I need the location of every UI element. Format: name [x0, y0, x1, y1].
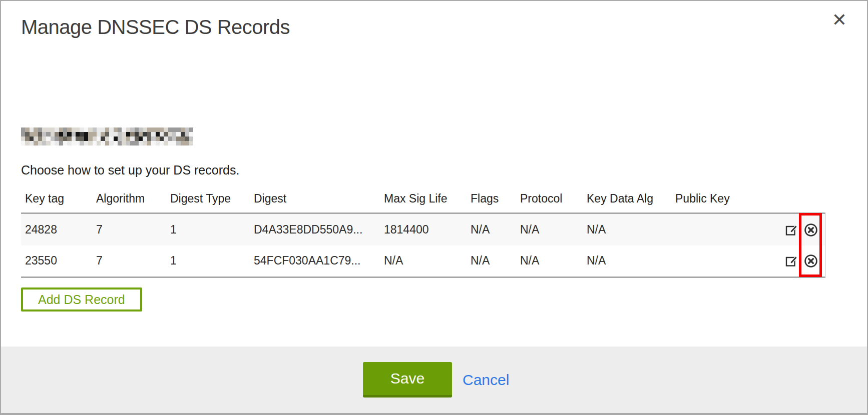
- page-title: Manage DNSSEC DS Records: [21, 16, 290, 38]
- cell-actions: [763, 246, 825, 278]
- edit-record-button[interactable]: [785, 224, 798, 236]
- col-header-protocol: Protocol: [516, 190, 583, 214]
- col-header-key-data-alg: Key Data Alg: [583, 190, 671, 214]
- save-button[interactable]: Save: [363, 362, 452, 398]
- cell-protocol: N/A: [516, 214, 583, 246]
- close-icon[interactable]: ✕: [832, 11, 847, 29]
- redacted-domain-name: [21, 128, 194, 146]
- cell-digest: 54FCF030AA1C79...: [250, 246, 380, 278]
- cancel-link[interactable]: Cancel: [463, 372, 509, 388]
- cell-max-sig-life: 1814400: [380, 214, 467, 246]
- edit-icon: [785, 230, 798, 238]
- modal-footer: Save Cancel: [1, 346, 867, 413]
- cell-max-sig-life: N/A: [380, 246, 467, 278]
- cell-protocol: N/A: [516, 246, 583, 278]
- col-header-actions: [763, 190, 825, 214]
- edit-icon: [785, 262, 798, 269]
- col-header-digest: Digest: [250, 190, 380, 214]
- cell-algorithm: 7: [92, 246, 166, 278]
- cell-key-tag: 24828: [21, 214, 92, 246]
- circle-x-icon: [804, 262, 818, 270]
- table-row: 24828 7 1 D4A33E8DD550A9... 1814400 N/A …: [21, 214, 825, 246]
- cell-flags: N/A: [467, 246, 516, 278]
- cell-key-data-alg: N/A: [583, 246, 671, 278]
- ds-records-table: Key tag Algorithm Digest Type Digest Max…: [21, 190, 825, 278]
- add-ds-record-button[interactable]: Add DS Record: [21, 288, 142, 312]
- table-row: 23550 7 1 54FCF030AA1C79... N/A N/A N/A …: [21, 246, 825, 278]
- circle-x-icon: [804, 231, 818, 238]
- cell-key-tag: 23550: [21, 246, 92, 278]
- col-header-key-tag: Key tag: [21, 190, 92, 214]
- delete-record-button[interactable]: [804, 223, 818, 237]
- table-header-row: Key tag Algorithm Digest Type Digest Max…: [21, 190, 825, 214]
- col-header-public-key: Public Key: [671, 190, 763, 214]
- cell-key-data-alg: N/A: [583, 214, 671, 246]
- cell-flags: N/A: [467, 214, 516, 246]
- edit-record-button[interactable]: [785, 254, 798, 268]
- cell-actions: [763, 214, 825, 246]
- cell-digest: D4A33E8DD550A9...: [250, 214, 380, 246]
- cell-algorithm: 7: [92, 214, 166, 246]
- cell-public-key: [671, 246, 763, 278]
- col-header-algorithm: Algorithm: [92, 190, 166, 214]
- intro-text: Choose how to set up your DS records.: [21, 163, 239, 178]
- col-header-digest-type: Digest Type: [166, 190, 250, 214]
- col-header-max-sig-life: Max Sig Life: [380, 190, 467, 214]
- manage-dnssec-ds-records-modal: Manage DNSSEC DS Records ✕ Choose how to…: [0, 0, 868, 415]
- col-header-flags: Flags: [467, 190, 516, 214]
- cell-digest-type: 1: [166, 214, 250, 246]
- cell-digest-type: 1: [166, 246, 250, 278]
- delete-record-button[interactable]: [804, 254, 818, 268]
- cell-public-key: [671, 214, 763, 246]
